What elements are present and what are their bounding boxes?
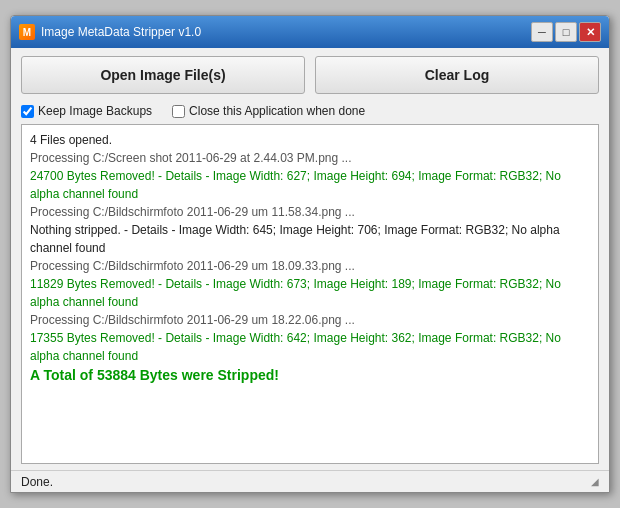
close-when-done-option[interactable]: Close this Application when done <box>172 104 365 118</box>
main-window: M Image MetaData Stripper v1.0 ─ □ ✕ Ope… <box>10 15 610 493</box>
log-entry: Processing C:/Bildschirmfoto 2011-06-29 … <box>30 257 590 275</box>
log-entry: Processing C:/Bildschirmfoto 2011-06-29 … <box>30 203 590 221</box>
title-bar-left: M Image MetaData Stripper v1.0 <box>19 24 201 40</box>
toolbar: Open Image File(s) Clear Log <box>11 48 609 102</box>
status-bar: Done. ◢ <box>11 470 609 492</box>
log-area-wrapper: 4 Files opened.Processing C:/Screen shot… <box>21 124 599 464</box>
keep-backups-label: Keep Image Backups <box>38 104 152 118</box>
log-entry: Processing C:/Screen shot 2011-06-29 at … <box>30 149 590 167</box>
log-entry: A Total of 53884 Bytes were Stripped! <box>30 365 590 386</box>
keep-backups-checkbox[interactable] <box>21 105 34 118</box>
open-image-button[interactable]: Open Image File(s) <box>21 56 305 94</box>
close-button[interactable]: ✕ <box>579 22 601 42</box>
resize-grip: ◢ <box>591 476 599 487</box>
log-entry: 17355 Bytes Removed! - Details - Image W… <box>30 329 590 365</box>
maximize-button[interactable]: □ <box>555 22 577 42</box>
log-area: 4 Files opened.Processing C:/Screen shot… <box>30 131 590 386</box>
app-icon: M <box>19 24 35 40</box>
log-entry: Nothing stripped. - Details - Image Widt… <box>30 221 590 257</box>
options-bar: Keep Image Backups Close this Applicatio… <box>11 102 609 124</box>
close-when-done-label: Close this Application when done <box>189 104 365 118</box>
clear-log-button[interactable]: Clear Log <box>315 56 599 94</box>
keep-backups-option[interactable]: Keep Image Backups <box>21 104 152 118</box>
title-bar: M Image MetaData Stripper v1.0 ─ □ ✕ <box>11 16 609 48</box>
window-title: Image MetaData Stripper v1.0 <box>41 25 201 39</box>
minimize-button[interactable]: ─ <box>531 22 553 42</box>
log-entry: 11829 Bytes Removed! - Details - Image W… <box>30 275 590 311</box>
status-text: Done. <box>21 475 53 489</box>
log-entry: 24700 Bytes Removed! - Details - Image W… <box>30 167 590 203</box>
title-buttons: ─ □ ✕ <box>531 22 601 42</box>
close-when-done-checkbox[interactable] <box>172 105 185 118</box>
log-entry: 4 Files opened. <box>30 131 590 149</box>
log-entry: Processing C:/Bildschirmfoto 2011-06-29 … <box>30 311 590 329</box>
